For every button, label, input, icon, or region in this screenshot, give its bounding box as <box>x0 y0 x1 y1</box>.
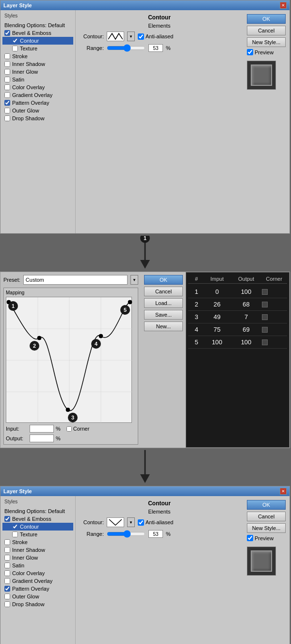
bottom-texture-checkbox[interactable] <box>12 531 18 537</box>
curve-ok-button[interactable]: OK <box>144 275 183 285</box>
bottom-pattern-overlay-checkbox[interactable] <box>4 586 10 592</box>
texture-checkbox[interactable] <box>12 46 18 51</box>
new-style-button-top[interactable]: New Style... <box>247 37 286 47</box>
bottom-preview-label-row: Preview <box>247 535 286 541</box>
bottom-drop-shadow-checkbox[interactable] <box>4 601 10 607</box>
preset-dropdown-button[interactable]: ▼ <box>130 275 138 285</box>
curve-canvas-area[interactable]: 1 2 3 4 5 <box>6 297 132 423</box>
bottom-sidebar-stroke[interactable]: Stroke <box>2 538 73 546</box>
bottom-sidebar-contour[interactable]: Contour <box>2 523 73 531</box>
range-label: Range: <box>80 45 104 51</box>
sidebar-inner-glow[interactable]: Inner Glow <box>2 68 73 76</box>
sidebar-stroke[interactable]: Stroke <box>2 52 73 60</box>
row2-input: 26 <box>204 301 230 308</box>
pattern-overlay-label: Pattern Overlay <box>12 100 49 106</box>
row4-corner-check[interactable] <box>262 327 268 333</box>
close-button[interactable]: ✕ <box>280 2 287 9</box>
cancel-button-bottom[interactable]: Cancel <box>247 512 286 521</box>
bottom-sidebar-satin[interactable]: Satin <box>2 562 73 569</box>
bottom-close-button[interactable]: ✕ <box>280 488 287 495</box>
curve-new-button[interactable]: New... <box>144 322 183 331</box>
contour-dropdown-button[interactable]: ▼ <box>127 32 135 41</box>
bottom-contour-dropdown-button[interactable]: ▼ <box>127 517 135 527</box>
bottom-gradient-overlay-checkbox[interactable] <box>4 578 10 584</box>
ok-button-bottom[interactable]: OK <box>247 500 286 510</box>
bottom-sidebar-color-overlay[interactable]: Color Overlay <box>2 569 73 577</box>
row5-corner-check[interactable] <box>262 339 268 345</box>
bottom-sidebar-inner-glow[interactable]: Inner Glow <box>2 554 73 562</box>
new-style-button-bottom[interactable]: New Style... <box>247 523 286 533</box>
bottom-stroke-checkbox[interactable] <box>4 539 10 545</box>
contour-checkbox[interactable] <box>12 38 18 44</box>
drop-shadow-checkbox[interactable] <box>4 115 10 121</box>
preview-checkbox-top[interactable] <box>247 49 253 55</box>
bottom-contour-checkbox[interactable] <box>12 524 18 530</box>
sidebar-gradient-overlay[interactable]: Gradient Overlay <box>2 91 73 99</box>
bottom-satin-checkbox[interactable] <box>4 563 10 568</box>
sidebar-inner-shadow[interactable]: Inner Shadow <box>2 60 73 68</box>
satin-checkbox[interactable] <box>4 77 10 82</box>
sidebar-satin[interactable]: Satin <box>2 76 73 83</box>
bottom-main-area: Contour Elements Contour: ▼ Anti-aliased <box>76 496 243 644</box>
anti-alias-checkbox[interactable] <box>138 33 144 40</box>
curve-save-button[interactable]: Save... <box>144 310 183 320</box>
sidebar-blending[interactable]: Blending Options: Default <box>2 21 73 29</box>
outer-glow-checkbox[interactable] <box>4 108 10 113</box>
inner-glow-checkbox[interactable] <box>4 69 10 75</box>
row1-corner-check[interactable] <box>262 289 268 295</box>
inner-glow-label: Inner Glow <box>12 69 38 75</box>
preview-checkbox-bottom[interactable] <box>247 535 253 541</box>
curve-load-button[interactable]: Load... <box>144 298 183 308</box>
bottom-outer-glow-checkbox[interactable] <box>4 594 10 599</box>
preview-box-bottom <box>247 547 276 576</box>
table-row: 4 75 69 <box>188 323 287 336</box>
pattern-overlay-checkbox[interactable] <box>4 100 10 106</box>
range-slider[interactable] <box>107 44 146 52</box>
row2-corner-check[interactable] <box>262 302 268 307</box>
texture-label: Texture <box>20 46 37 51</box>
color-overlay-checkbox[interactable] <box>4 84 10 90</box>
contour-preview-box[interactable] <box>107 32 124 41</box>
bottom-sidebar-texture[interactable]: Texture <box>2 531 73 538</box>
row4-num: 4 <box>189 326 204 333</box>
output-field[interactable] <box>30 435 54 442</box>
bottom-sidebar-blending[interactable]: Blending Options: Default <box>2 507 73 515</box>
curve-cancel-button[interactable]: Cancel <box>144 287 183 296</box>
sidebar-contour[interactable]: Contour <box>2 37 73 45</box>
corner-checkbox[interactable] <box>66 426 72 432</box>
bottom-anti-alias-checkbox[interactable] <box>138 519 144 526</box>
bottom-contour-preview-box[interactable] <box>107 517 124 527</box>
bottom-inner-shadow-checkbox[interactable] <box>4 547 10 553</box>
col-output: Output <box>230 276 262 282</box>
ok-button-top[interactable]: OK <box>247 14 286 24</box>
row3-corner-check[interactable] <box>262 314 268 320</box>
range-row: Range: 53 % <box>80 44 239 52</box>
bottom-sidebar-drop-shadow[interactable]: Drop Shadow <box>2 600 73 608</box>
bottom-sidebar-bevel-emboss[interactable]: Bevel & Emboss <box>2 515 73 523</box>
elements-subtitle: Elements <box>80 23 239 29</box>
sidebar-bevel-emboss[interactable]: Bevel & Emboss <box>2 29 73 37</box>
inner-shadow-checkbox[interactable] <box>4 61 10 67</box>
bottom-sidebar-outer-glow[interactable]: Outer Glow <box>2 593 73 600</box>
sidebar-color-overlay[interactable]: Color Overlay <box>2 83 73 91</box>
bottom-sidebar-pattern-overlay[interactable]: Pattern Overlay <box>2 585 73 593</box>
bottom-satin-label: Satin <box>12 563 24 568</box>
gradient-overlay-checkbox[interactable] <box>4 92 10 98</box>
sidebar-outer-glow[interactable]: Outer Glow <box>2 107 73 114</box>
sidebar-pattern-overlay[interactable]: Pattern Overlay <box>2 99 73 107</box>
bottom-inner-glow-checkbox[interactable] <box>4 555 10 561</box>
preset-value[interactable]: Custom <box>23 275 128 285</box>
cancel-button-top[interactable]: Cancel <box>247 26 286 35</box>
stroke-checkbox[interactable] <box>4 53 10 59</box>
col-num: # <box>189 276 204 282</box>
bevel-emboss-checkbox[interactable] <box>4 30 10 36</box>
bottom-color-overlay-checkbox[interactable] <box>4 570 10 576</box>
sidebar-drop-shadow[interactable]: Drop Shadow <box>2 114 73 122</box>
bottom-bevel-emboss-checkbox[interactable] <box>4 516 10 522</box>
input-field[interactable] <box>30 425 54 433</box>
sidebar-texture[interactable]: Texture <box>2 45 73 52</box>
bottom-range-slider[interactable] <box>107 530 146 538</box>
bottom-range-value: 53 <box>148 530 163 538</box>
bottom-sidebar-inner-shadow[interactable]: Inner Shadow <box>2 546 73 554</box>
bottom-sidebar-gradient-overlay[interactable]: Gradient Overlay <box>2 577 73 585</box>
